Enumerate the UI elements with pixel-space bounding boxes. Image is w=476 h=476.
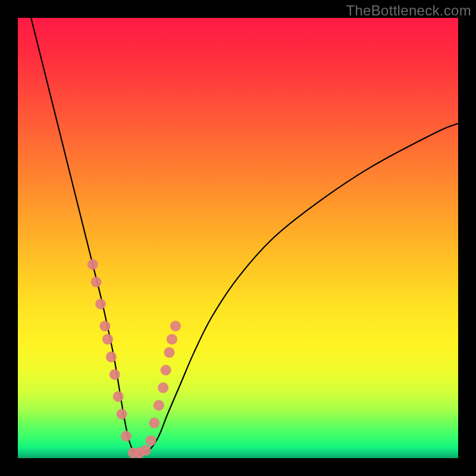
bottleneck-curve <box>31 18 458 455</box>
watermark-text: TheBottleneck.com <box>346 2 471 19</box>
data-marker <box>106 352 117 362</box>
plot-area <box>18 18 458 458</box>
data-marker <box>154 400 164 411</box>
data-marker <box>121 431 131 441</box>
data-marker <box>145 435 156 446</box>
data-marker <box>109 369 120 380</box>
chart-svg <box>18 18 458 458</box>
data-marker <box>149 418 159 428</box>
data-marker <box>91 277 102 287</box>
data-marker <box>158 383 168 393</box>
data-marker <box>87 259 98 270</box>
data-marker <box>170 321 181 331</box>
curve-layer <box>31 18 458 455</box>
data-marker <box>167 334 177 345</box>
data-marker <box>100 321 111 331</box>
data-marker <box>161 365 171 375</box>
data-marker <box>164 347 175 358</box>
marker-layer <box>87 259 181 458</box>
data-marker <box>95 299 106 309</box>
outer-frame: TheBottleneck.com <box>0 0 476 476</box>
data-marker <box>140 445 151 456</box>
data-marker <box>113 391 124 402</box>
data-marker <box>117 409 127 419</box>
data-marker <box>102 334 113 345</box>
